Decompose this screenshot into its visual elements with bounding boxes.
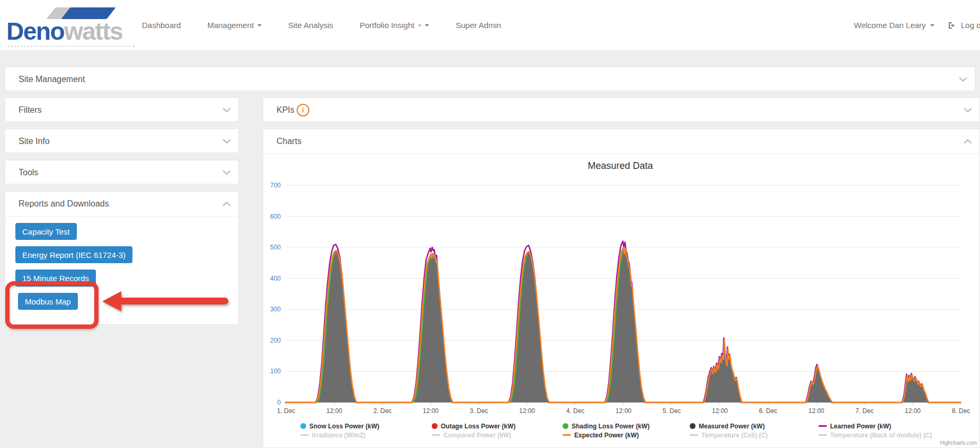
tools-header[interactable]: Tools	[5, 160, 238, 185]
15-minute-records-button[interactable]: 15 Minute Records	[15, 270, 96, 286]
logo-part-watts: watts	[64, 17, 122, 45]
highcharts-credit-link[interactable]: Highcharts.com	[931, 440, 977, 446]
legend-label: Temperature (Back of module) (C)	[830, 432, 932, 439]
legend-line-marker-icon	[432, 434, 440, 436]
logout-button[interactable]: Log out	[948, 0, 980, 50]
y-axis-label: 300	[270, 306, 281, 313]
legend-label: Learned Power (kW)	[830, 423, 891, 430]
legend-circle-marker-icon	[563, 423, 568, 429]
nav-item-sup: +	[418, 22, 421, 28]
panel-divider	[5, 216, 238, 217]
info-icon[interactable]: i	[297, 104, 309, 117]
x-axis-label: 12:00	[808, 407, 824, 415]
series-measured-power-area	[286, 247, 961, 402]
legend-circle-marker-icon	[690, 423, 696, 429]
legend-line-marker-icon	[818, 425, 827, 427]
nav-item-label: Portfolio Insight	[360, 21, 414, 30]
reports-and-downloads-panel: Reports and DownloadsCapacity TestEnergy…	[5, 191, 239, 325]
site-management-title: Site Management	[19, 75, 85, 84]
legend-circle-marker-icon	[300, 423, 306, 429]
x-axis-label: 1. Dec	[277, 407, 296, 415]
site-management-header[interactable]: Site Management	[5, 67, 975, 92]
chevron-down-icon	[959, 76, 967, 83]
energy-report-iec-61724-3-button[interactable]: Energy Report (IEC 61724-3)	[15, 246, 132, 263]
legend-item-measured-power-kw[interactable]: Measured Power (kW)	[690, 422, 768, 431]
nav-item-dashboard[interactable]: Dashboard	[142, 21, 181, 30]
logo-wordmark: Denowatts	[6, 19, 122, 43]
logout-label: Log out	[961, 21, 980, 30]
chart-title: Measured Data	[541, 160, 700, 172]
nav-item-portfolio-insight[interactable]: Portfolio Insight+	[360, 21, 429, 30]
filters-header[interactable]: Filters	[5, 98, 238, 122]
capacity-test-button[interactable]: Capacity Test	[15, 223, 77, 240]
legend-column: Shading Loss Power (kW)Expected Power (k…	[563, 422, 649, 440]
top-header: Denowatts DashboardManagementSite Analys…	[0, 0, 980, 50]
legend-label: Outage Loss Power (kW)	[441, 423, 515, 430]
legend-item-irradiance-w-m2[interactable]: Irradiance (W/m2)	[300, 431, 379, 440]
charts-header[interactable]: Charts	[263, 129, 979, 154]
chart-legend: Snow Loss Power (kW)Irradiance (W/m2)Out…	[263, 422, 980, 443]
y-axis-label: 400	[270, 275, 281, 282]
legend-item-shading-loss-power-kw[interactable]: Shading Loss Power (kW)	[563, 422, 649, 431]
legend-item-learned-power-kw[interactable]: Learned Power (kW)	[818, 422, 932, 431]
chevron-up-icon	[222, 200, 231, 208]
legend-line-marker-icon	[818, 434, 827, 436]
page: { "header": { "logo": {"part1": "Deno", …	[0, 0, 980, 448]
legend-column: Outage Loss Power (kW)Compared Power (kW…	[432, 422, 515, 440]
legend-label: Shading Loss Power (kW)	[572, 423, 649, 430]
charts-title: Charts	[277, 137, 301, 146]
welcome-label: Welcome Dan Leary	[854, 21, 926, 30]
sign-out-icon	[948, 21, 956, 30]
kpis-title: KPIs	[277, 105, 295, 115]
legend-item-snow-loss-power-kw[interactable]: Snow Loss Power (kW)	[300, 422, 379, 431]
legend-label: Expected Power (kW)	[574, 432, 639, 439]
x-axis-label: 12:00	[712, 407, 728, 415]
legend-item-temperature-back-of-module-c[interactable]: Temperature (Back of module) (C)	[818, 431, 932, 440]
legend-item-temperature-cell-c[interactable]: Temperature (Cell) (C)	[690, 431, 768, 440]
x-axis-label: 12:00	[616, 407, 631, 415]
site-info-title: Site Info	[19, 137, 50, 146]
y-axis-label: 200	[270, 337, 281, 344]
x-axis-label: 12:00	[326, 407, 342, 415]
legend-item-compared-power-kw[interactable]: Compared Power (kW)	[432, 431, 515, 440]
x-axis-label: 12:00	[519, 407, 535, 415]
nav-item-label: Dashboard	[142, 21, 181, 30]
nav-item-management[interactable]: Management	[207, 21, 262, 30]
x-axis-label: 2. Dec	[373, 407, 392, 415]
y-axis-label: 700	[270, 182, 281, 189]
chevron-down-icon	[964, 106, 972, 114]
main-nav: DashboardManagementSite AnalysisPortfoli…	[142, 0, 501, 50]
legend-circle-marker-icon	[432, 423, 438, 429]
chevron-down-icon	[222, 138, 231, 145]
legend-item-outage-loss-power-kw[interactable]: Outage Loss Power (kW)	[432, 422, 515, 431]
reports-and-downloads-title: Reports and Downloads	[19, 199, 109, 209]
x-axis-label: 8. Dec	[952, 407, 970, 415]
denowatts-logo[interactable]: Denowatts	[6, 5, 139, 48]
tools-title: Tools	[19, 168, 38, 177]
legend-column: Snow Loss Power (kW)Irradiance (W/m2)	[300, 422, 379, 440]
nav-item-super-admin[interactable]: Super Admin	[456, 21, 501, 30]
site-info-panel: Site Info	[5, 129, 239, 153]
chevron-down-icon	[425, 24, 429, 26]
logo-dashed-underline	[7, 46, 135, 47]
legend-column: Measured Power (kW)Temperature (Cell) (C…	[690, 422, 768, 440]
chevron-up-icon	[964, 138, 972, 145]
chevron-down-icon	[222, 169, 231, 176]
chevron-down-icon	[930, 24, 934, 26]
nav-item-site-analysis[interactable]: Site Analysis	[288, 21, 333, 30]
legend-column: Learned Power (kW)Temperature (Back of m…	[818, 422, 932, 440]
x-axis-label: 3. Dec	[470, 407, 488, 415]
tools-panel: Tools	[5, 160, 239, 184]
site-info-header[interactable]: Site Info	[5, 129, 238, 154]
legend-line-marker-icon	[690, 434, 698, 436]
modbus-map-button[interactable]: Modbus Map	[18, 293, 78, 310]
y-axis-label: 0	[277, 399, 281, 406]
reports-and-downloads-header[interactable]: Reports and Downloads	[5, 192, 238, 216]
x-axis-label: 12:00	[905, 407, 921, 415]
legend-item-expected-power-kw[interactable]: Expected Power (kW)	[563, 431, 649, 440]
x-axis-label: 4. Dec	[566, 407, 585, 415]
nav-item-label: Super Admin	[456, 21, 501, 30]
legend-label: Irradiance (W/m2)	[312, 432, 366, 439]
user-menu[interactable]: Welcome Dan Leary	[854, 0, 934, 50]
kpis-header[interactable]: KPIs i	[263, 98, 979, 122]
